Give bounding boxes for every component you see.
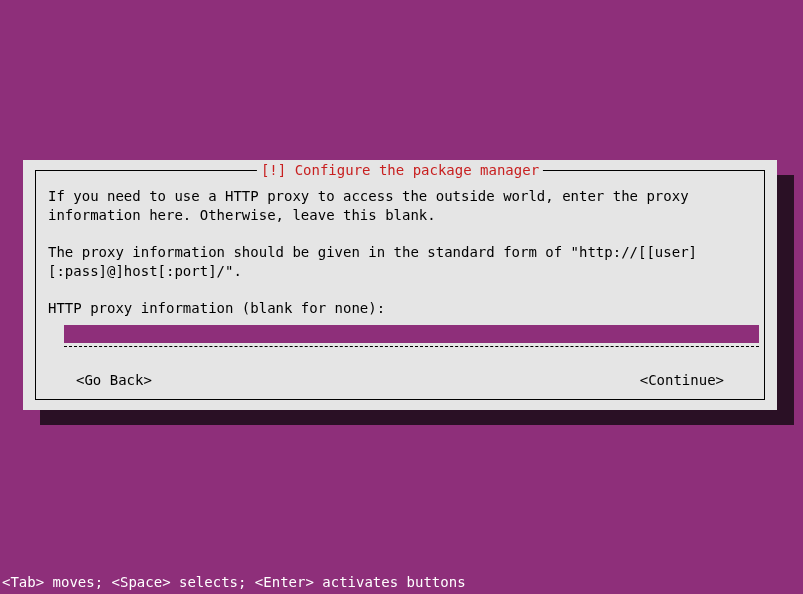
proxy-instruction-text-2: The proxy information should be given in… xyxy=(48,243,752,281)
proxy-input-label: HTTP proxy information (blank for none): xyxy=(48,299,752,318)
continue-button[interactable]: <Continue> xyxy=(640,371,724,390)
dialog-button-row: <Go Back> <Continue> xyxy=(48,371,752,390)
configure-package-manager-dialog: [!] Configure the package manager If you… xyxy=(23,160,777,410)
input-underline xyxy=(64,346,759,347)
go-back-button[interactable]: <Go Back> xyxy=(76,371,152,390)
dialog-title: [!] Configure the package manager xyxy=(257,162,543,178)
dialog-content: If you need to use a HTTP proxy to acces… xyxy=(36,171,764,402)
keyboard-hint: <Tab> moves; <Space> selects; <Enter> ac… xyxy=(2,574,466,590)
proxy-instruction-text-1: If you need to use a HTTP proxy to acces… xyxy=(48,187,752,225)
dialog-border: [!] Configure the package manager If you… xyxy=(35,170,765,400)
http-proxy-input[interactable] xyxy=(64,325,759,343)
